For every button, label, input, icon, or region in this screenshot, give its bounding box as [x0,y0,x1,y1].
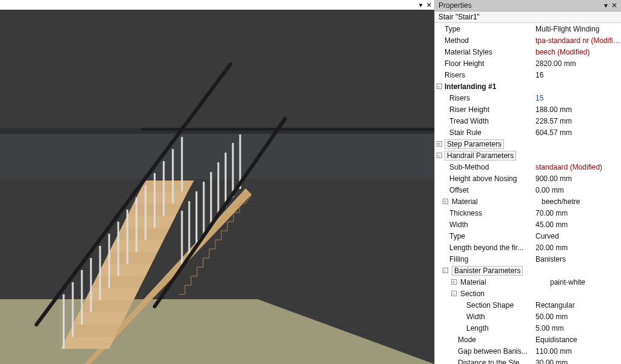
prop-tread-width[interactable]: Tread Width228.57 mm [435,115,621,127]
collapse-icon[interactable]: − [441,266,449,275]
prop-section-width[interactable]: Width50.00 mm [435,311,621,322]
panel-titlebar: Properties ▾ ✕ [435,0,621,12]
prop-height-above-nosing[interactable]: Height above Nosing900.00 mm [435,173,621,184]
prop-handrail-type[interactable]: TypeCurved [435,230,621,242]
svg-marker-7 [85,288,139,300]
svg-marker-9 [97,264,152,276]
app-root: ▾ ✕ [0,0,621,364]
properties-list[interactable]: TypeMulti-Flight Winding Methodtpa-stand… [435,23,621,364]
viewport-pane: ▾ ✕ [0,0,434,364]
group-banister-parameters[interactable]: −Banister Parameters [435,265,621,276]
group-section[interactable]: −Section [435,288,621,299]
prop-section-shape[interactable]: Section ShapeRectangular [435,299,621,311]
prop-interlanding-risers[interactable]: Risers15 [435,92,621,104]
collapse-icon[interactable]: − [435,82,443,91]
svg-marker-12 [115,228,170,240]
svg-marker-17 [0,131,434,179]
prop-method[interactable]: Methodtpa-standaard nr (Modified) [435,35,621,46]
collapse-icon[interactable]: − [449,290,458,298]
prop-type[interactable]: TypeMulti-Flight Winding [435,23,621,35]
prop-material[interactable]: +Materialbeech/hetre [435,196,621,207]
prop-floor-height[interactable]: Floor Height2820.00 mm [435,58,621,69]
group-handrail-parameters[interactable]: −Handrail Parameters [435,150,621,161]
prop-width[interactable]: Width45.00 mm [435,219,621,230]
prop-filling[interactable]: FillingBanisters [435,253,621,265]
prop-thickness[interactable]: Thickness70.00 mm [435,207,621,219]
svg-marker-10 [103,252,158,264]
group-step-parameters[interactable]: +Step Parameters [435,138,621,150]
close-icon[interactable]: ✕ [426,1,432,9]
panel-dropdown-icon[interactable]: ▾ [604,1,608,10]
prop-distance-to-step[interactable]: Distance to the Ste...30.00 mm [435,357,621,364]
panel-object-name: Stair "Stair1" [435,12,621,23]
prop-length-beyond-first[interactable]: Length beyond the fir...20.00 mm [435,242,621,253]
prop-stair-rule[interactable]: Stair Rule604.57 mm [435,127,621,138]
expand-icon[interactable]: + [435,140,443,148]
prop-sub-method[interactable]: Sub-Methodstandaard (Modified) [435,161,621,173]
dropdown-icon[interactable]: ▾ [419,1,423,9]
svg-marker-15 [133,191,188,204]
prop-material-styles[interactable]: Material Stylesbeech (Modified) [435,46,621,58]
svg-marker-16 [139,180,194,191]
panel-title: Properties [438,1,472,10]
expand-icon[interactable]: + [441,197,449,206]
expand-icon[interactable]: + [449,278,458,286]
prop-gap-between-banisters[interactable]: Gap between Banis...110.00 mm [435,345,621,357]
prop-riser-height[interactable]: Riser Height188.00 mm [435,104,621,115]
svg-marker-3 [61,337,115,349]
viewport-header: ▾ ✕ [0,0,434,10]
prop-risers[interactable]: Risers16 [435,69,621,81]
viewport-3d[interactable] [0,10,434,364]
prop-section-length[interactable]: Length5.00 mm [435,322,621,334]
svg-marker-13 [121,216,176,228]
properties-panel: Properties ▾ ✕ Stair "Stair1" TypeMulti-… [434,0,621,364]
prop-mode[interactable]: ModeEquidistance [435,334,621,345]
group-interlanding[interactable]: −Interlanding #1 [435,81,621,92]
svg-marker-6 [79,300,133,313]
collapse-icon[interactable]: − [435,151,443,160]
stair-render [0,10,434,364]
prop-banister-material[interactable]: +Materialpaint-white [435,276,621,288]
panel-close-icon[interactable]: ✕ [611,1,617,10]
svg-marker-4 [67,325,121,337]
prop-offset[interactable]: Offset0.00 mm [435,184,621,196]
